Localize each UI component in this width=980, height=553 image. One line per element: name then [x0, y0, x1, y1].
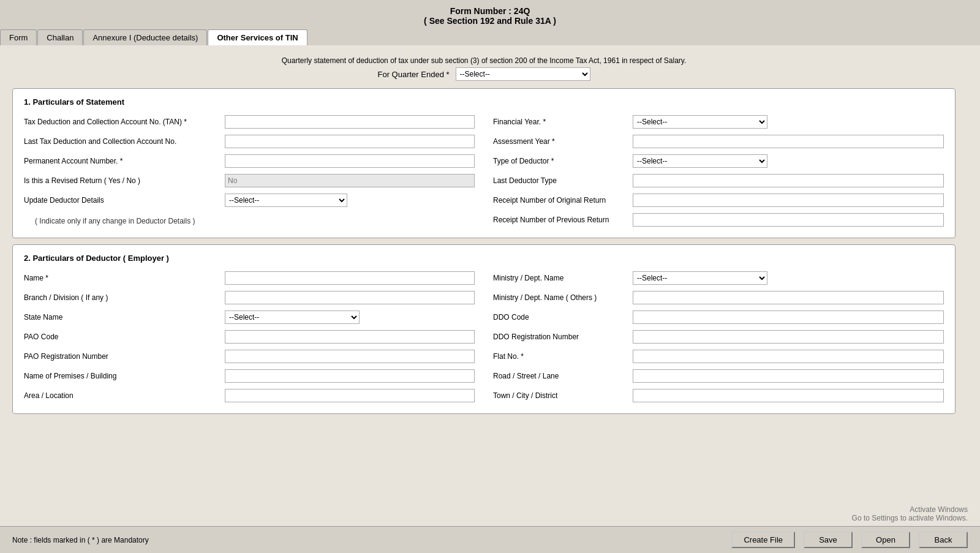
type-deductor-select[interactable]: --Select-- — [633, 154, 767, 168]
assessment-year-row: Assessment Year * — [493, 135, 944, 148]
pan-input[interactable] — [225, 154, 475, 168]
last-tan-row: Last Tax Deduction and Collection Accoun… — [24, 135, 475, 148]
ministry-others-row: Ministry / Dept. Name ( Others ) — [493, 291, 944, 304]
receipt-previous-row: Receipt Number of Previous Return — [493, 213, 944, 227]
quarter-select[interactable]: --Select-- — [456, 67, 590, 81]
tab-challan[interactable]: Challan — [37, 29, 83, 45]
ddo-code-row: DDO Code — [493, 310, 944, 324]
page-header: Form Number : 24Q ( See Section 192 and … — [0, 0, 980, 29]
flat-no-input[interactable] — [633, 350, 944, 363]
update-deductor-label: Update Deductor Details — [24, 196, 220, 205]
last-tan-input[interactable] — [225, 135, 475, 148]
premises-row: Name of Premises / Building — [24, 369, 475, 383]
last-deductor-type-label: Last Deductor Type — [493, 176, 628, 185]
employer-name-label: Name * — [24, 274, 220, 282]
ministry-name-select[interactable]: --Select-- — [633, 271, 767, 285]
assessment-year-input[interactable] — [633, 135, 944, 148]
premises-label: Name of Premises / Building — [24, 372, 220, 380]
type-deductor-label: Type of Deductor * — [493, 157, 628, 165]
area-input[interactable] — [225, 389, 475, 402]
section2-card: 2. Particulars of Deductor ( Employer ) … — [12, 244, 956, 414]
quarter-label: For Quarter Ended * — [377, 70, 449, 79]
pan-label: Permanent Account Number. * — [24, 157, 220, 165]
tab-other-services[interactable]: Other Services of TIN — [208, 29, 307, 45]
footer-bar: Note : fields marked in ( * ) are Mandat… — [0, 526, 980, 535]
ministry-others-input[interactable] — [633, 291, 944, 304]
receipt-original-label: Receipt Number of Original Return — [493, 196, 628, 205]
area-label: Area / Location — [24, 391, 220, 400]
road-input[interactable] — [633, 369, 944, 383]
indicate-note: ( Indicate only if any change in Deducto… — [24, 214, 195, 225]
ddo-reg-row: DDO Registration Number — [493, 330, 944, 344]
revised-return-label: Is this a Revised Return ( Yes / No ) — [24, 176, 220, 185]
type-deductor-row: Type of Deductor * --Select-- — [493, 154, 944, 168]
premises-input[interactable] — [225, 369, 475, 383]
state-name-select[interactable]: --Select-- — [225, 310, 360, 324]
town-row: Town / City / District — [493, 389, 944, 402]
last-tan-label: Last Tax Deduction and Collection Accoun… — [24, 137, 220, 146]
road-label: Road / Street / Lane — [493, 372, 628, 380]
save-button[interactable]: Save — [804, 532, 853, 535]
ministry-others-label: Ministry / Dept. Name ( Others ) — [493, 293, 628, 302]
tan-label: Tax Deduction and Collection Account No.… — [24, 118, 220, 126]
state-name-row: State Name --Select-- — [24, 310, 475, 324]
section1-card: 1. Particulars of Statement Tax Deductio… — [12, 88, 956, 238]
tab-bar: Form Challan Annexure I (Deductee detail… — [0, 29, 980, 45]
last-deductor-type-row: Last Deductor Type — [493, 174, 944, 187]
update-deductor-select[interactable]: --Select-- — [225, 194, 347, 207]
financial-year-row: Financial Year. * --Select-- — [493, 115, 944, 129]
state-name-label: State Name — [24, 313, 220, 322]
financial-year-label: Financial Year. * — [493, 118, 628, 126]
pao-code-label: PAO Code — [24, 333, 220, 341]
receipt-previous-label: Receipt Number of Previous Return — [493, 216, 628, 224]
employer-name-input[interactable] — [225, 271, 475, 285]
branch-input[interactable] — [225, 291, 475, 304]
road-row: Road / Street / Lane — [493, 369, 944, 383]
pao-reg-input[interactable] — [225, 350, 475, 363]
form-description: Quarterly statement of deduction of tax … — [6, 51, 962, 67]
update-deductor-row: Update Deductor Details --Select-- — [24, 194, 475, 207]
last-deductor-type-input[interactable] — [633, 174, 944, 187]
quarter-row: For Quarter Ended * --Select-- — [6, 67, 962, 81]
ministry-name-label: Ministry / Dept. Name — [493, 274, 628, 282]
employer-name-row: Name * — [24, 271, 475, 285]
ddo-code-label: DDO Code — [493, 313, 628, 322]
ministry-name-row: Ministry / Dept. Name --Select-- — [493, 271, 944, 285]
pao-reg-label: PAO Registration Number — [24, 352, 220, 361]
create-file-button[interactable]: Create File — [731, 532, 795, 535]
area-row: Area / Location — [24, 389, 475, 402]
revised-return-input[interactable] — [225, 174, 475, 187]
receipt-previous-input[interactable] — [633, 213, 944, 227]
pan-row: Permanent Account Number. * — [24, 154, 475, 168]
section1-title: 1. Particulars of Statement — [24, 97, 944, 107]
tan-row: Tax Deduction and Collection Account No.… — [24, 115, 475, 129]
pao-code-row: PAO Code — [24, 330, 475, 344]
ddo-code-input[interactable] — [633, 310, 944, 324]
ddo-reg-input[interactable] — [633, 330, 944, 344]
town-label: Town / City / District — [493, 391, 628, 400]
pao-code-input[interactable] — [225, 330, 475, 344]
indicate-note-row: ( Indicate only if any change in Deducto… — [24, 213, 475, 227]
section2-title: 2. Particulars of Deductor ( Employer ) — [24, 254, 944, 263]
assessment-year-label: Assessment Year * — [493, 137, 628, 146]
form-subtitle-header: ( See Section 192 and Rule 31A ) — [0, 16, 980, 26]
back-button[interactable]: Back — [919, 532, 968, 535]
tab-annexure[interactable]: Annexure I (Deductee details) — [83, 29, 207, 45]
financial-year-select[interactable]: --Select-- — [633, 115, 767, 129]
activate-windows-notice: Activate Windows Go to Settings to activ… — [852, 505, 968, 522]
receipt-original-input[interactable] — [633, 194, 944, 207]
tan-input[interactable] — [225, 115, 475, 129]
form-title: Form Number : 24Q — [0, 6, 980, 16]
revised-return-row: Is this a Revised Return ( Yes / No ) — [24, 174, 475, 187]
flat-no-label: Flat No. * — [493, 352, 628, 361]
branch-row: Branch / Division ( If any ) — [24, 291, 475, 304]
town-input[interactable] — [633, 389, 944, 402]
main-content: Quarterly statement of deduction of tax … — [0, 45, 980, 535]
receipt-original-row: Receipt Number of Original Return — [493, 194, 944, 207]
pao-reg-row: PAO Registration Number — [24, 350, 475, 363]
branch-label: Branch / Division ( If any ) — [24, 293, 220, 302]
flat-no-row: Flat No. * — [493, 350, 944, 363]
open-button[interactable]: Open — [861, 532, 910, 535]
ddo-reg-label: DDO Registration Number — [493, 333, 628, 341]
tab-form[interactable]: Form — [0, 29, 37, 45]
